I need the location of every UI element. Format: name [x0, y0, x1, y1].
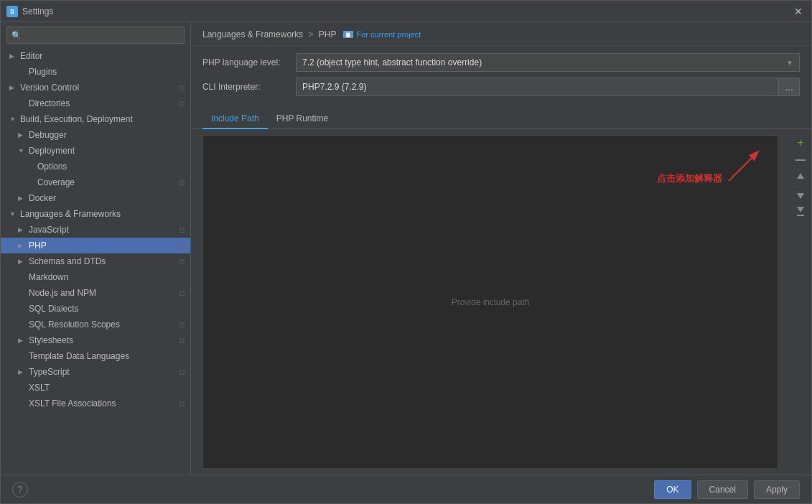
- apply-button[interactable]: Apply: [754, 480, 800, 499]
- sidebar-item-nodejs-npm[interactable]: Node.js and NPM⊡: [1, 285, 190, 301]
- sidebar-item-sql-dialects[interactable]: SQL Dialects: [1, 301, 190, 317]
- sidebar-item-label: Stylesheets: [29, 335, 73, 345]
- sidebar-item-label: Version Control: [20, 83, 79, 93]
- copy-icon: ⊡: [179, 258, 185, 266]
- arrow-placeholder: [27, 163, 35, 170]
- arrow-icon: ▼: [9, 116, 18, 123]
- sidebar-item-javascript[interactable]: ▶JavaScript⊡: [1, 222, 190, 238]
- copy-icon: ⊡: [179, 368, 185, 376]
- sidebar-item-label: Coverage: [37, 177, 75, 187]
- remove-path-button[interactable]: [793, 152, 808, 168]
- arrow-icon: ▶: [18, 337, 27, 344]
- sidebar-item-docker[interactable]: ▶Docker: [1, 190, 190, 206]
- sidebar-item-label: Editor: [20, 51, 42, 61]
- sidebar-item-xslt[interactable]: XSLT: [1, 380, 190, 396]
- sidebar-item-options[interactable]: Options: [1, 159, 190, 174]
- sidebar-item-php[interactable]: ▶PHP⊡: [1, 238, 190, 253]
- arrow-placeholder: [18, 305, 27, 312]
- arrow-icon: ▶: [18, 131, 27, 139]
- sidebar-item-coverage[interactable]: Coverage⊡: [1, 174, 190, 190]
- sidebar-item-editor[interactable]: ▶Editor: [1, 48, 190, 64]
- sidebar-item-label: Plugins: [29, 67, 57, 77]
- move-up-button[interactable]: [793, 169, 808, 185]
- move-bottom-button[interactable]: [793, 204, 808, 220]
- sidebar-item-label: Debugger: [29, 130, 67, 140]
- sidebar-item-label: PHP: [29, 241, 47, 251]
- arrow-icon: ▼: [18, 147, 27, 154]
- project-link[interactable]: 📋 For current project: [343, 30, 421, 39]
- settings-form: PHP language level: 7.2 (object type hin…: [191, 46, 811, 109]
- sidebar-item-schemas-dtds[interactable]: ▶Schemas and DTDs⊡: [1, 253, 190, 269]
- tab-include-path[interactable]: Include Path: [202, 109, 268, 129]
- sidebar-item-label: Deployment: [29, 146, 75, 156]
- breadcrumb: Languages & Frameworks > PHP: [202, 29, 336, 39]
- help-button[interactable]: ?: [12, 482, 28, 498]
- search-icon: 🔍: [11, 31, 22, 40]
- app-icon: S: [6, 6, 18, 17]
- sidebar-item-label: Template Data Languages: [29, 351, 129, 361]
- bottom-bar: ? OK Cancel Apply: [1, 475, 811, 503]
- tab-php-runtime[interactable]: PHP Runtime: [268, 109, 337, 129]
- settings-window: S Settings ✕ 🔍 ▶Editor Plugins▶Version C…: [0, 0, 812, 504]
- arrow-placeholder: [18, 274, 27, 281]
- sidebar-item-label: Languages & Frameworks: [20, 209, 121, 219]
- copy-icon: ⊡: [179, 400, 185, 408]
- copy-icon: ⊡: [179, 289, 185, 297]
- sidebar-item-label: Schemas and DTDs: [29, 256, 106, 266]
- breadcrumb-root: Languages & Frameworks: [202, 29, 303, 39]
- svg-marker-2: [797, 193, 804, 199]
- side-buttons: +: [790, 129, 811, 225]
- ok-button[interactable]: OK: [654, 480, 691, 499]
- language-level-select[interactable]: 7.2 (object type hint, abstract function…: [296, 53, 800, 72]
- interpreter-browse-button[interactable]: ...: [778, 78, 800, 96]
- sidebar-item-plugins[interactable]: Plugins: [1, 64, 190, 80]
- sidebar-item-deployment[interactable]: ▼Deployment: [1, 143, 190, 159]
- sidebar: 🔍 ▶Editor Plugins▶Version Control⊡ Direc…: [1, 22, 191, 475]
- sidebar-item-label: Markdown: [29, 272, 68, 282]
- sidebar-item-sql-resolution[interactable]: SQL Resolution Scopes⊡: [1, 317, 190, 332]
- tab-content: Provide include path +: [191, 129, 811, 475]
- search-box[interactable]: 🔍: [6, 27, 185, 44]
- arrow-icon: ▶: [9, 52, 18, 60]
- include-path-panel: Provide include path: [202, 135, 778, 469]
- project-link-icon: 📋: [343, 31, 353, 38]
- copy-icon: ⊡: [179, 179, 185, 187]
- copy-icon: ⊡: [179, 337, 185, 345]
- sidebar-item-xslt-file-assoc[interactable]: XSLT File Associations⊡: [1, 396, 190, 411]
- sidebar-item-stylesheets[interactable]: ▶Stylesheets⊡: [1, 332, 190, 348]
- move-down-button[interactable]: [793, 187, 808, 202]
- arrow-icon: ▶: [18, 368, 27, 375]
- tabs-bar: Include Path PHP Runtime: [191, 109, 811, 129]
- close-button[interactable]: ✕: [791, 4, 806, 19]
- sidebar-item-label: Node.js and NPM: [29, 288, 96, 298]
- svg-marker-1: [797, 173, 804, 179]
- sidebar-item-template-data[interactable]: Template Data Languages: [1, 348, 190, 364]
- title-bar: S Settings ✕: [1, 1, 811, 22]
- arrow-placeholder: [27, 179, 35, 186]
- sidebar-item-label: SQL Resolution Scopes: [29, 319, 120, 330]
- content-area: Languages & Frameworks > PHP 📋 For curre…: [191, 22, 811, 475]
- arrow-placeholder: [18, 321, 27, 328]
- sidebar-item-label: JavaScript: [29, 225, 69, 235]
- sidebar-item-debugger[interactable]: ▶Debugger: [1, 127, 190, 143]
- arrow-icon: ▶: [18, 195, 27, 202]
- cli-interpreter-label: CLI Interpreter:: [202, 82, 296, 92]
- sidebar-item-markdown[interactable]: Markdown: [1, 269, 190, 285]
- arrow-icon: ▶: [9, 84, 18, 91]
- add-path-button[interactable]: +: [793, 135, 808, 151]
- sidebar-item-version-control[interactable]: ▶Version Control⊡: [1, 80, 190, 95]
- sidebar-item-typescript[interactable]: ▶TypeScript⊡: [1, 364, 190, 380]
- cancel-button[interactable]: Cancel: [697, 480, 748, 499]
- breadcrumb-separator: >: [308, 29, 315, 39]
- sidebar-item-languages-frameworks[interactable]: ▼Languages & Frameworks: [1, 206, 190, 222]
- arrow-placeholder: [18, 353, 27, 360]
- copy-icon: ⊡: [179, 84, 185, 92]
- cli-interpreter-row: CLI Interpreter: PHP7.2.9 (7.2.9) ...: [202, 78, 800, 96]
- sidebar-item-build-execution[interactable]: ▼Build, Execution, Deployment: [1, 111, 190, 127]
- svg-marker-3: [797, 207, 804, 213]
- sidebar-item-directories[interactable]: Directories⊡: [1, 95, 190, 111]
- arrow-placeholder: [18, 289, 27, 297]
- copy-icon: ⊡: [179, 226, 185, 234]
- language-level-row: PHP language level: 7.2 (object type hin…: [202, 53, 800, 72]
- include-path-placeholder: Provide include path: [452, 297, 530, 307]
